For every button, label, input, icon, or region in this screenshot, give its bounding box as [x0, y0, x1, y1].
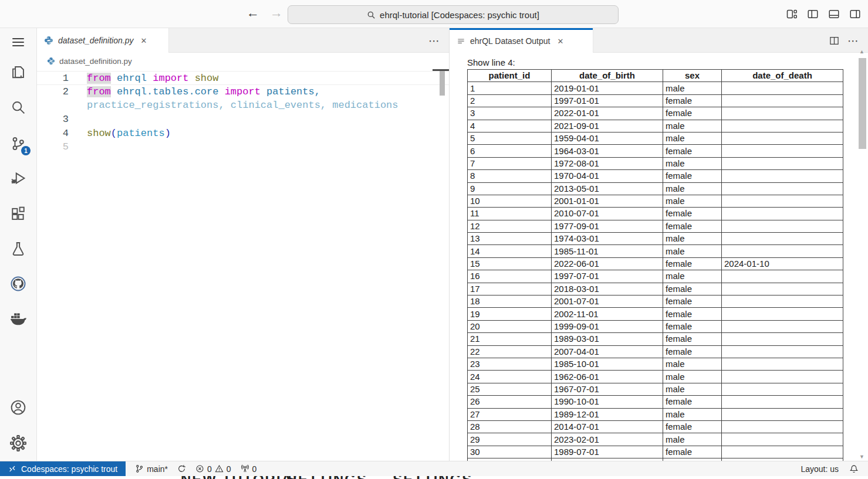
warning-icon: [215, 464, 224, 473]
menu-icon[interactable]: [8, 32, 28, 52]
table-cell: [722, 208, 843, 220]
table-body: 12019-01-01male21997-01-01female32022-01…: [468, 82, 843, 461]
table-row: 251967-07-01male: [468, 383, 843, 395]
table-row: 222007-04-01female: [468, 345, 843, 358]
table-cell: [722, 420, 843, 433]
table-cell: male: [663, 132, 722, 144]
table-cell: 26: [468, 396, 552, 408]
table-cell: 12: [468, 220, 552, 232]
customize-layout-icon[interactable]: [786, 8, 798, 20]
table-cell: 21: [468, 333, 552, 345]
table-cell: 1967-07-01: [552, 383, 663, 395]
table-cell: 2018-03-01: [552, 283, 663, 295]
table-cell: female: [663, 420, 722, 433]
python-file-icon: [47, 57, 55, 65]
table-cell: female: [663, 396, 722, 408]
webview-scrollbar[interactable]: ▲ ▼: [858, 56, 867, 456]
code-line[interactable]: 4show(patients): [37, 127, 449, 141]
table-cell: male: [663, 383, 722, 395]
bell-icon: [849, 464, 859, 474]
table-row: 161997-07-01male: [468, 270, 843, 283]
branch-label: main*: [147, 464, 168, 474]
breadcrumb-file[interactable]: dataset_definition.py: [59, 57, 132, 66]
problems-status[interactable]: 0 0: [195, 464, 231, 474]
clipped-text-right: SETTINGS → SETTINGS: [288, 476, 472, 479]
scroll-up-icon[interactable]: ▲: [859, 49, 864, 55]
more-actions-icon[interactable]: ⋯: [847, 34, 859, 47]
table-cell: female: [663, 107, 722, 120]
table-cell: 2021-09-01: [552, 120, 663, 132]
line-number: 4: [37, 127, 69, 141]
table-cell: [722, 195, 843, 207]
toggle-secondary-sidebar-icon[interactable]: [849, 8, 861, 20]
remote-indicator[interactable]: Codespaces: psychic trout: [0, 461, 126, 476]
more-actions-icon[interactable]: ⋯: [428, 34, 440, 47]
scroll-down-icon[interactable]: ▼: [859, 454, 864, 460]
editor-scrollbar[interactable]: [440, 71, 445, 96]
code-line[interactable]: 3: [37, 113, 449, 127]
table-cell: 24: [468, 371, 552, 383]
tab-close-icon[interactable]: ✕: [557, 37, 563, 46]
breadcrumb[interactable]: dataset_definition.py: [37, 53, 449, 69]
table-cell: male: [663, 82, 722, 94]
table-cell: 18: [468, 295, 552, 308]
tab-ehrql-dataset-output[interactable]: ehrQL Dataset Output ✕: [450, 28, 593, 53]
accounts-icon[interactable]: [8, 398, 28, 417]
layout-label: Layout: us: [801, 464, 839, 474]
table-cell: [722, 233, 843, 245]
toggle-sidebar-icon[interactable]: [807, 8, 819, 20]
docker-icon[interactable]: [8, 309, 28, 329]
table-cell: [722, 371, 843, 383]
table-cell: female: [663, 446, 722, 458]
back-icon[interactable]: ←: [246, 5, 259, 21]
output-panel: ehrQL Dataset Output ✕ ⋯ Show line 4: pa…: [449, 28, 868, 461]
radio-tower-icon: [241, 464, 249, 473]
table-cell: 25: [468, 383, 552, 395]
code-editor[interactable]: 1from ehrql import show2from ehrql.table…: [37, 69, 449, 154]
sync-button[interactable]: [177, 464, 186, 473]
extensions-icon[interactable]: [8, 203, 28, 223]
table-cell: [722, 220, 843, 232]
warning-count: 0: [227, 464, 231, 474]
code-line[interactable]: 2from ehrql.tables.core import patients,: [37, 85, 449, 99]
code-line[interactable]: practice_registrations, clinical_events,…: [37, 98, 449, 113]
table-cell: female: [663, 170, 722, 182]
tab-dataset-definition[interactable]: dataset_definition.py ✕: [37, 28, 169, 53]
github-icon[interactable]: [8, 274, 28, 294]
tab-label: dataset_definition.py: [58, 36, 133, 45]
testing-icon[interactable]: [8, 239, 28, 259]
port-count: 0: [252, 464, 257, 474]
table-cell: female: [663, 295, 722, 308]
editor-group: dataset_definition.py ✕ ⋯ dataset_defini…: [37, 28, 449, 461]
tab-label: ehrQL Dataset Output: [470, 36, 550, 46]
table-cell: [722, 145, 843, 157]
scrollbar-thumb[interactable]: [859, 58, 866, 149]
toggle-panel-icon[interactable]: [828, 8, 840, 20]
table-row: 182001-07-01female: [468, 295, 843, 308]
table-cell: [722, 132, 843, 144]
settings-gear-icon[interactable]: [8, 433, 28, 453]
table-cell: 16: [468, 270, 552, 283]
table-cell: female: [663, 308, 722, 320]
table-cell: [722, 383, 843, 395]
notifications-bell[interactable]: [849, 464, 859, 474]
table-cell: female: [663, 320, 722, 332]
branch-status[interactable]: main*: [135, 464, 168, 474]
explorer-icon[interactable]: [8, 62, 28, 82]
split-editor-icon[interactable]: [829, 36, 839, 46]
table-cell: 2014-07-01: [552, 420, 663, 433]
tab-close-icon[interactable]: ✕: [140, 36, 147, 45]
table-cell: 8: [468, 170, 552, 182]
code-line[interactable]: 1from ehrql import show: [37, 71, 449, 85]
code-line[interactable]: 5: [37, 140, 449, 154]
table-cell: male: [663, 433, 722, 446]
ports-status[interactable]: 0: [241, 464, 257, 474]
run-and-debug-icon[interactable]: [8, 168, 28, 188]
search-view-icon[interactable]: [8, 97, 28, 117]
source-control-icon[interactable]: 1: [8, 134, 28, 154]
table-cell: [722, 345, 843, 358]
layout-status[interactable]: Layout: us: [801, 464, 839, 474]
table-row: 21997-01-01female: [468, 94, 843, 107]
code-lines: 1from ehrql import show2from ehrql.table…: [37, 71, 449, 154]
command-center-search[interactable]: ehrql-tutorial [Codespaces: psychic trou…: [288, 5, 619, 24]
